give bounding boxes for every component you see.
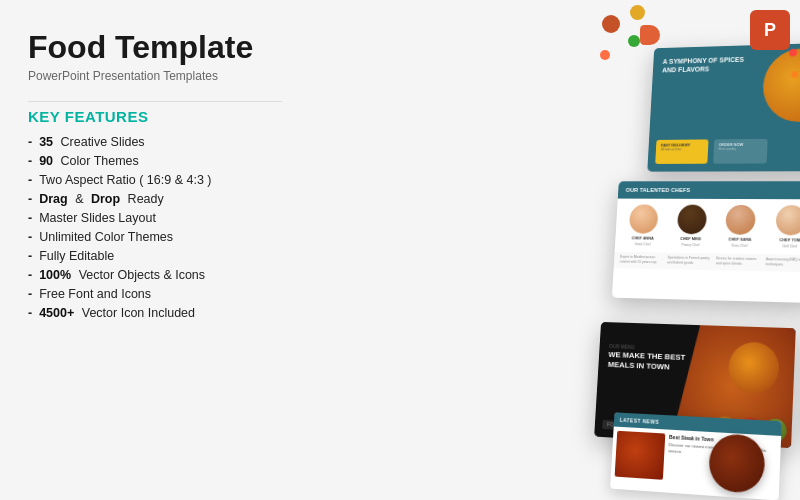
list-item: 4500+ Vector Icon Included [28,306,282,320]
chef-bio-1: Expert in Mediterranean cuisine with 15 … [619,255,663,266]
chef-role-3: Sous Chef [731,244,747,248]
chef-name-3: CHEF SARA [728,237,751,242]
chef-photo-2 [677,205,707,235]
chef-role-1: Head Chef [634,242,650,246]
list-item: Two Aspect Ratio ( 16:9 & 4:3 ) [28,173,282,187]
list-item: Unlimited Color Themes [28,230,282,244]
slide1-heading: A SYMPHONY OF SPICES AND FLAVORS [662,55,757,75]
delivery-tagline: 30 min or free [661,147,704,151]
slide-preview-3: OUR TALENTED CHEFS CHEF ANNA Head Chef C… [612,181,800,303]
feature-bold: 4500+ [39,306,74,320]
chef-role-4: Grill Chef [782,244,797,248]
list-item: 100% Vector Objects & Icons [28,268,282,282]
chef-card-1: CHEF ANNA Head Chef [621,204,667,246]
feature-bold: 90 [39,154,53,168]
slide1-food-bowl [762,47,800,122]
chef-card-4: CHEF TOM Grill Chef [766,205,800,249]
list-item: 35 Creative Slides [28,135,282,149]
list-item: Free Font and Icons [28,287,282,301]
chef-photo-3 [725,205,756,235]
list-item: 90 Color Themes [28,154,282,168]
slide5-food-bowl [728,341,780,395]
chef-name-2: CHEF MIKE [680,236,701,241]
chefs-row: CHEF ANNA Head Chef CHEF MIKE Pastry Che… [615,199,800,255]
ppt-letter: P [764,20,776,41]
news-text-block: Best Steak in Town Discover our newest m… [667,434,777,488]
chef-card-3: CHEF SARA Sous Chef [717,205,765,248]
slide5-big-text: WE MAKE THE BESTMEALS IN TOWN [608,350,686,374]
chef-photo-4 [775,205,800,235]
info-bar-yellow: FAST DELIVERY 30 min or free [655,139,708,163]
info-bar-dark: ORDER NOW Best quality [713,139,768,164]
feature-bold: Drop [91,192,120,206]
left-panel: Food Template PowerPoint Presentation Te… [0,0,310,500]
page-title: Food Template [28,30,282,65]
chef-bio-2: Specializes in French pastry and baked g… [667,256,712,267]
chef-bio-3: Known for creative sauces and spice blen… [716,256,762,267]
slides-perspective-wrapper: A SYMPHONY OF SPICES AND FLAVORS FAST DE… [590,10,800,500]
list-item: Fully Editable [28,249,282,263]
slide5-text: OUR MENU WE MAKE THE BESTMEALS IN TOWN [608,342,686,374]
feature-bold: Drag [39,192,67,206]
feature-bold: 35 [39,135,53,149]
chef-card-2: CHEF MIKE Pastry Chef [668,205,715,248]
spice-dot-orange [791,71,798,78]
subtitle: PowerPoint Presentation Templates [28,69,282,83]
slide3-footer: Expert in Mediterranean cuisine with 15 … [614,252,800,272]
key-features-heading: KEY FEATURES [28,108,282,125]
chef-bio-4: Award-winning BBQ and grill techniques. [766,257,800,268]
features-list: 35 Creative Slides 90 Color Themes Two A… [28,135,282,320]
slide-preview-1: A SYMPHONY OF SPICES AND FLAVORS FAST DE… [647,42,800,171]
divider [28,101,282,102]
list-item: Drag & Drop Ready [28,192,282,206]
right-panel: P A SYMPHONY OF SPICES AND FLAVORS [310,0,800,500]
feature-bold: 100% [39,268,71,282]
list-item: Master Slides Layout [28,211,282,225]
slide1-info-bars: FAST DELIVERY 30 min or free ORDER NOW B… [655,139,768,164]
chef-photo-1 [629,204,659,233]
slide1-content: A SYMPHONY OF SPICES AND FLAVORS FAST DE… [657,52,800,162]
powerpoint-icon: P [750,10,790,50]
chef-name-4: CHEF TOM [779,237,800,242]
slides-3d-container: A SYMPHONY OF SPICES AND FLAVORS FAST DE… [581,15,800,500]
chef-role-2: Pastry Chef [682,243,700,247]
order-sub: Best quality [719,147,763,151]
slide3-header: OUR TALENTED CHEFS [618,181,800,199]
chef-name-1: CHEF ANNA [632,235,654,240]
